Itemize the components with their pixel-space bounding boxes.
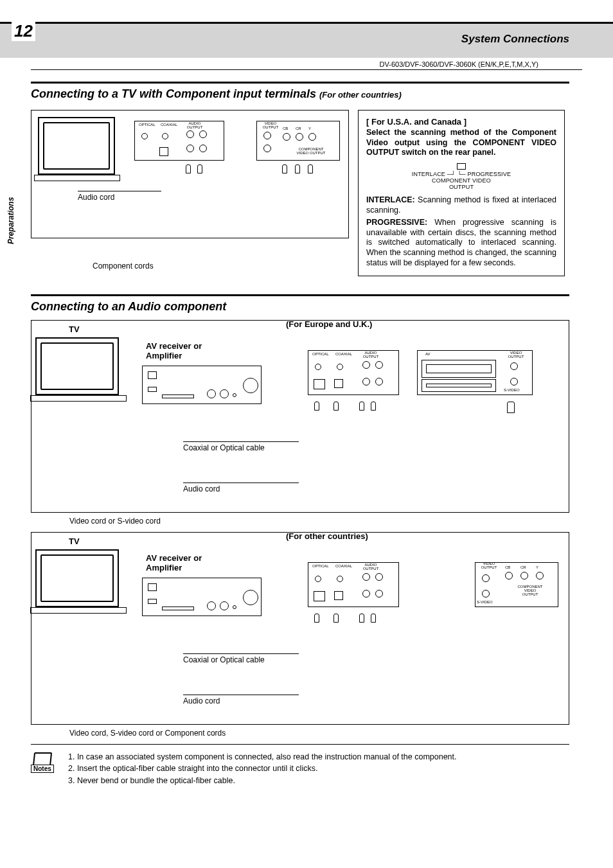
header-bar: 12 System Connections	[0, 22, 613, 58]
audio-diagram-other: (For other countries) TV AV receiver or …	[31, 532, 569, 725]
region-other-label: (For other countries)	[286, 531, 368, 541]
note-3: 3. Never bend or bundle the optical-fibe…	[68, 775, 457, 786]
region-eu-label: (For Europe and U.K.)	[286, 319, 372, 329]
coax-optical-label-eu: Coaxial or Optical cable	[183, 441, 299, 452]
audio-cord-label: Audio cord	[78, 191, 161, 202]
info-lead: Select the scanning method of the Compon…	[366, 128, 556, 158]
page-number: 12	[12, 21, 35, 41]
interlace-desc: INTERLACE: Scanning method is fixed at i…	[366, 195, 556, 215]
note-2: 2. Insert the optical-fiber cable straig…	[68, 763, 457, 774]
tv-label-other: TV	[69, 536, 80, 546]
tv-label-eu: TV	[69, 324, 80, 334]
audio-cord-label-eu: Audio cord	[183, 483, 299, 493]
diagram-column: OPTICAL COAXIAL AUDIOOUTPUT VIDEOOUTPUT	[31, 110, 349, 276]
below-caption-other: Video cord, S-video cord or Component co…	[31, 729, 569, 738]
side-tab: Preparations	[6, 197, 15, 244]
switch-label-2: OUTPUT	[449, 184, 474, 190]
progressive-desc: PROGRESSIVE: When progressive scanning i…	[366, 218, 556, 268]
note-1: 1. In case an associated system componen…	[68, 751, 457, 763]
avamp-label-eu: AV receiver or Amplifier	[146, 341, 229, 360]
model-line: DV-603/DVF-3060/DVF-3060K (EN/K,P,E,T,M,…	[31, 58, 582, 70]
below-caption-eu: Video cord or S-video cord	[31, 517, 569, 526]
switch-right-label: PROGRESSIVE	[468, 171, 511, 177]
switch-left-label: INTERLACE	[412, 171, 445, 177]
section-title: System Connections	[461, 33, 569, 46]
tv-component-diagram: OPTICAL COAXIAL AUDIOOUTPUT VIDEOOUTPUT	[31, 110, 349, 238]
notes-block: Notes 1. In case an associated system co…	[31, 744, 569, 786]
info-header: [ For U.S.A. and Canada ]	[366, 117, 556, 127]
notes-label: Notes	[31, 765, 54, 773]
audio-cord-label-other: Audio cord	[183, 695, 299, 705]
heading1-main: Connecting to a TV with Component input …	[31, 87, 316, 100]
progressive-label: PROGRESSIVE:	[366, 218, 427, 227]
switch-label-1: COMPONENT VIDEO	[432, 177, 491, 184]
audio-diagram-eu: (For Europe and U.K.) TV AV receiver or …	[31, 320, 569, 513]
component-cords-label: Component cords	[31, 261, 349, 270]
notes-list: 1. In case an associated system componen…	[68, 751, 457, 786]
heading-component-tv: Connecting to a TV with Component input …	[31, 82, 569, 101]
avamp-label-other: AV receiver or Amplifier	[146, 553, 229, 572]
usa-canada-info-box: [ For U.S.A. and Canada ] Select the sca…	[358, 110, 565, 276]
interlace-label: INTERLACE:	[366, 195, 415, 204]
heading-audio-component: Connecting to an Audio component	[31, 294, 569, 314]
coax-optical-label-other: Coaxial or Optical cable	[183, 653, 299, 664]
switch-figure: INTERLACE ─┘ └─ PROGRESSIVE COMPONENT VI…	[366, 163, 556, 190]
notes-icon: Notes	[31, 751, 59, 773]
heading1-sub: (For other countries)	[319, 90, 402, 100]
